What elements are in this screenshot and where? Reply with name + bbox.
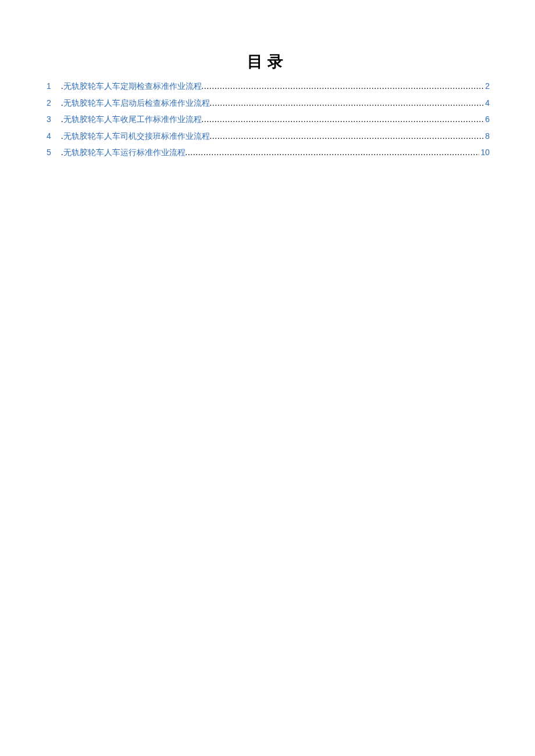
toc-entry-number: 5 bbox=[47, 146, 55, 159]
toc-entry[interactable]: 2 . 无轨胶轮车人车启动后检查标准作业流程 4 bbox=[47, 97, 490, 109]
toc-entry-leader bbox=[210, 130, 484, 142]
toc-entry-page: 6 bbox=[484, 113, 490, 126]
toc-entry-text: 无轨胶轮车人车定期检查标准作业流程 bbox=[63, 80, 202, 92]
toc-entry-page: 8 bbox=[484, 130, 490, 142]
toc-entry-number: 2 bbox=[47, 97, 55, 109]
toc-entry-number: 4 bbox=[47, 130, 55, 142]
toc-entry-leader bbox=[210, 97, 484, 109]
toc-entry[interactable]: 3 . 无轨胶轮车人车收尾工作标准作业流程 6 bbox=[47, 113, 490, 126]
toc-entry-leader bbox=[202, 80, 484, 92]
toc-entry-text: 无轨胶轮车人车启动后检查标准作业流程 bbox=[63, 97, 210, 109]
toc-entry-text: 无轨胶轮车人车收尾工作标准作业流程 bbox=[63, 113, 202, 126]
toc-entry-text: 无轨胶轮车人车运行标准作业流程 bbox=[63, 146, 186, 159]
toc-entry-page: 4 bbox=[484, 97, 490, 109]
toc-entry-leader bbox=[186, 146, 480, 159]
toc-container: 1 . 无轨胶轮车人车定期检查标准作业流程 2 2 . 无轨胶轮车人车启动后检查… bbox=[47, 80, 490, 159]
toc-entry-number: 1 bbox=[47, 80, 55, 92]
toc-entry-leader bbox=[202, 113, 484, 126]
toc-entry-page: 10 bbox=[479, 146, 490, 159]
toc-entry-page: 2 bbox=[484, 80, 490, 92]
toc-entry-number: 3 bbox=[47, 113, 55, 126]
toc-entry[interactable]: 5 . 无轨胶轮车人车运行标准作业流程 10 bbox=[47, 146, 490, 159]
toc-entry[interactable]: 4 . 无轨胶轮车人车司机交接班标准作业流程 8 bbox=[47, 130, 490, 142]
page-title: 目录 bbox=[0, 51, 535, 72]
toc-entry[interactable]: 1 . 无轨胶轮车人车定期检查标准作业流程 2 bbox=[47, 80, 490, 92]
toc-entry-text: 无轨胶轮车人车司机交接班标准作业流程 bbox=[63, 130, 210, 142]
